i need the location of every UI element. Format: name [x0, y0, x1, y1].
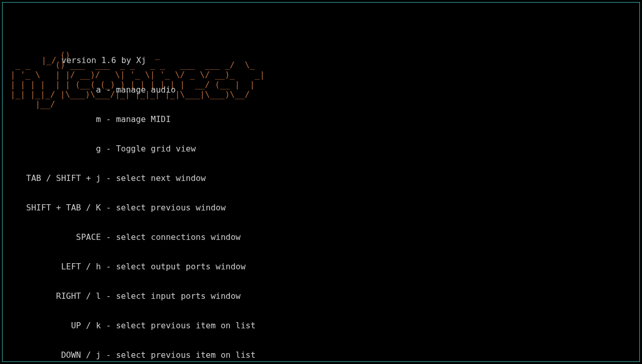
help-sep: -: [101, 203, 116, 213]
help-key: UP / k: [10, 321, 101, 330]
help-list: a - manage audio m - manage MIDI g - Tog…: [10, 65, 325, 364]
version-text: version 1.6 by Xj: [62, 55, 147, 65]
help-desc: select connections window: [116, 232, 241, 242]
version-prefix: |_/: [41, 55, 62, 65]
help-key: g: [10, 144, 101, 154]
help-desc: manage MIDI: [116, 114, 171, 124]
version-line: |_/ version 1.6 by Xj: [41, 55, 146, 65]
help-desc: select previous item on list: [116, 321, 256, 330]
help-key: TAB / SHIFT + j: [10, 173, 101, 183]
help-row: g - Toggle grid view: [10, 144, 325, 154]
help-row: m - manage MIDI: [10, 114, 325, 124]
help-desc: select output ports window: [116, 262, 245, 271]
help-sep: -: [101, 291, 116, 301]
help-key: SHIFT + TAB / K: [10, 203, 101, 213]
help-key: m: [10, 114, 101, 124]
help-row: DOWN / j - select previous item on list: [10, 350, 325, 360]
help-sep: -: [101, 173, 116, 183]
help-row: a - manage audio: [10, 85, 325, 95]
help-row: LEFT / h - select output ports window: [10, 262, 325, 271]
help-row: UP / k - select previous item on list: [10, 321, 325, 330]
help-sep: -: [101, 144, 116, 154]
help-key: RIGHT / l: [10, 291, 101, 301]
help-desc: select next window: [116, 173, 206, 183]
help-sep: -: [101, 85, 116, 95]
help-key: SPACE: [10, 232, 101, 242]
help-key: LEFT / h: [10, 262, 101, 271]
help-desc: select input ports window: [116, 291, 241, 301]
help-sep: -: [101, 262, 116, 271]
help-sep: -: [101, 350, 116, 360]
help-key: a: [10, 85, 101, 95]
help-row: TAB / SHIFT + j - select next window: [10, 173, 325, 183]
help-desc: select previous window: [116, 203, 226, 213]
help-desc: Toggle grid view: [116, 144, 196, 154]
help-desc: manage audio: [116, 85, 176, 95]
help-desc: select previous item on list: [116, 350, 256, 360]
help-sep: -: [101, 232, 116, 242]
help-sep: -: [101, 321, 116, 330]
help-sep: -: [101, 114, 116, 124]
help-row: SPACE - select connections window: [10, 232, 325, 242]
terminal-content: () _ _ _ () ___ ___ _ _ _ _ ___ ___ _/ \…: [10, 6, 632, 358]
help-key: DOWN / j: [10, 350, 101, 360]
help-row: SHIFT + TAB / K - select previous window: [10, 203, 325, 213]
help-row: RIGHT / l - select input ports window: [10, 291, 325, 301]
